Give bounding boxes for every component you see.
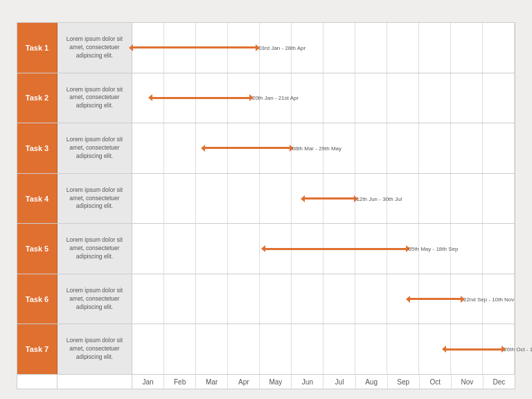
header-month-oct: Oct <box>420 375 452 389</box>
task-label-6: Task 6 <box>17 274 57 324</box>
cell-r4-m6 <box>323 174 355 224</box>
cell-r7-m8 <box>387 324 419 374</box>
cell-r7-m6 <box>323 324 355 374</box>
gantt-body: Task 1Lorem ipsum dolor sit amet, consec… <box>17 23 515 374</box>
cell-r1-m10 <box>451 23 483 73</box>
task-desc-6: Lorem ipsum dolor sit amet, consectetuer… <box>57 274 132 324</box>
cell-r1-m9 <box>419 23 451 73</box>
task-desc-3: Lorem ipsum dolor sit amet, consectetuer… <box>57 123 132 173</box>
cell-r1-m7 <box>355 23 387 73</box>
cell-r6-m3 <box>228 274 260 324</box>
task-label-1: Task 1 <box>17 23 57 73</box>
task-label-4: Task 4 <box>17 174 57 224</box>
cell-r5-m4 <box>260 224 292 274</box>
cell-r7-m9 <box>419 324 451 374</box>
header-month-may: May <box>260 375 292 389</box>
cell-r5-m9 <box>419 224 451 274</box>
gantt-cells-2: 20th Jan - 21st Apr <box>132 73 515 123</box>
cell-r1-m2 <box>196 23 228 73</box>
gantt-row-1: Task 1Lorem ipsum dolor sit amet, consec… <box>17 23 515 73</box>
cell-r1-m11 <box>483 23 515 73</box>
cell-r4-m10 <box>451 174 483 224</box>
cell-r6-m2 <box>196 274 228 324</box>
header-month-sep: Sep <box>388 375 420 389</box>
header-month-jan: Jan <box>132 375 164 389</box>
cell-r3-m9 <box>419 123 451 173</box>
gantt-row-5: Task 5Lorem ipsum dolor sit amet, consec… <box>17 224 515 274</box>
cell-r2-m11 <box>483 73 515 123</box>
task-label-7: Task 7 <box>17 324 57 374</box>
cell-r4-m7 <box>355 174 387 224</box>
cell-r7-m10 <box>451 324 483 374</box>
cell-r1-m5 <box>292 23 323 73</box>
cell-r3-m8 <box>387 123 419 173</box>
cell-r7-m4 <box>260 324 292 374</box>
cell-r5-m1 <box>164 224 196 274</box>
gantt-cells-7: 26th Oct - 18th Dec <box>132 324 515 374</box>
cell-r6-m11 <box>483 274 515 324</box>
cell-r5-m11 <box>483 224 515 274</box>
cell-r7-m3 <box>228 324 260 374</box>
cell-r7-m11 <box>483 324 515 374</box>
cell-r2-m1 <box>164 73 196 123</box>
cell-r4-m8 <box>387 174 419 224</box>
cell-r6-m4 <box>260 274 292 324</box>
gantt-cells-4: 12th Jun - 30th Jul <box>132 174 515 224</box>
cell-r5-m3 <box>228 224 260 274</box>
cell-r6-m1 <box>164 274 196 324</box>
cell-r1-m6 <box>323 23 355 73</box>
cell-r2-m2 <box>196 73 228 123</box>
header-month-dec: Dec <box>484 375 515 389</box>
gantt-cells-1: 03rd Jan - 28th Apr <box>132 23 515 73</box>
cell-r3-m3 <box>228 123 260 173</box>
cell-r3-m6 <box>323 123 355 173</box>
cell-r7-m0 <box>132 324 164 374</box>
cell-r2-m6 <box>323 73 355 123</box>
header-month-mar: Mar <box>196 375 228 389</box>
gantt-cells-5: 05th May - 18th Sep <box>132 224 515 274</box>
cell-r5-m7 <box>355 224 387 274</box>
task-label-2: Task 2 <box>17 73 57 123</box>
task-desc-1: Lorem ipsum dolor sit amet, consectetuer… <box>57 23 132 73</box>
gantt-row-6: Task 6Lorem ipsum dolor sit amet, consec… <box>17 274 515 325</box>
gantt-row-3: Task 3Lorem ipsum dolor sit amet, consec… <box>17 123 515 174</box>
cell-r6-m6 <box>323 274 355 324</box>
gantt-cells-6: 22nd Sep - 10th Nov <box>132 274 515 324</box>
gantt-row-4: Task 4Lorem ipsum dolor sit amet, consec… <box>17 174 515 224</box>
cell-r6-m9 <box>419 274 451 324</box>
cell-r2-m5 <box>292 73 323 123</box>
cell-r5-m8 <box>387 224 419 274</box>
task-label-3: Task 3 <box>17 123 57 173</box>
header-month-feb: Feb <box>164 375 196 389</box>
cell-r6-m8 <box>387 274 419 324</box>
cell-r5-m10 <box>451 224 483 274</box>
cell-r7-m7 <box>355 324 387 374</box>
header-task-space <box>17 375 57 389</box>
cell-r3-m7 <box>355 123 387 173</box>
task-desc-5: Lorem ipsum dolor sit amet, consectetuer… <box>57 224 132 274</box>
gantt-row-7: Task 7Lorem ipsum dolor sit amet, consec… <box>17 324 515 374</box>
header-month-jul: Jul <box>323 375 355 389</box>
cell-r3-m10 <box>451 123 483 173</box>
gantt-chart: Task 1Lorem ipsum dolor sit amet, consec… <box>17 22 515 389</box>
cell-r1-m0 <box>132 23 164 73</box>
header-month-aug: Aug <box>356 375 388 389</box>
cell-r6-m5 <box>292 274 323 324</box>
cell-r4-m2 <box>196 174 228 224</box>
header-months: JanFebMarAprMayJunJulAugSepOctNovDec <box>132 375 515 389</box>
cell-r4-m9 <box>419 174 451 224</box>
cell-r3-m1 <box>164 123 196 173</box>
cell-r6-m0 <box>132 274 164 324</box>
task-desc-2: Lorem ipsum dolor sit amet, consectetuer… <box>57 73 132 123</box>
cell-r5-m5 <box>292 224 323 274</box>
cell-r4-m0 <box>132 174 164 224</box>
cell-r3-m2 <box>196 123 228 173</box>
cell-r3-m0 <box>132 123 164 173</box>
cell-r4-m1 <box>164 174 196 224</box>
cell-r4-m5 <box>292 174 323 224</box>
task-desc-4: Lorem ipsum dolor sit amet, consectetuer… <box>57 174 132 224</box>
cell-r2-m9 <box>419 73 451 123</box>
task-desc-7: Lorem ipsum dolor sit amet, consectetuer… <box>57 324 132 374</box>
cell-r4-m4 <box>260 174 292 224</box>
cell-r3-m11 <box>483 123 515 173</box>
